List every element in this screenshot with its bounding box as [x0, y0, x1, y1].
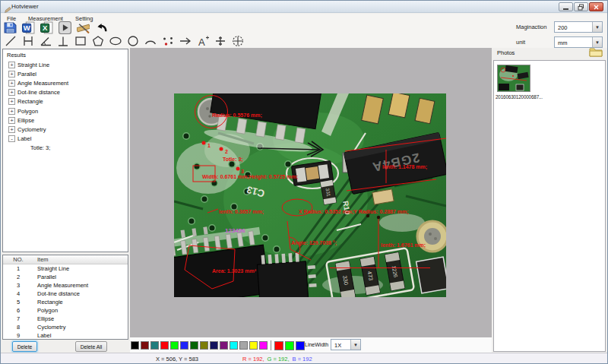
ellipse-tool[interactable] — [108, 35, 123, 47]
maginaction-select[interactable]: 200 ▼ — [554, 21, 603, 33]
row-no: 4 — [3, 290, 33, 297]
table-row[interactable]: 6Polygon — [3, 306, 128, 315]
save-button[interactable] — [4, 21, 17, 34]
label-tool[interactable]: A — [195, 35, 211, 47]
straight-line-tool[interactable] — [3, 35, 18, 47]
items-table: NO. Item 1Straight Line 2Parallel 3Angle… — [2, 255, 128, 340]
active-color-blue[interactable] — [296, 341, 305, 350]
results-panel: Results +Straight Line +Parallel +Angle … — [2, 49, 128, 252]
row-item: Polygon — [33, 307, 128, 314]
circle-tool[interactable] — [125, 35, 141, 47]
arrow-tool[interactable] — [178, 35, 193, 47]
table-row[interactable]: 5Rectangle — [3, 298, 128, 306]
pcb-photo: 2GB4A 331 — [174, 93, 446, 297]
table-row[interactable]: 9Label — [3, 331, 128, 340]
expand-icon[interactable]: + — [8, 117, 15, 124]
tree-item-rectangle[interactable]: +Rectangle — [3, 97, 128, 106]
close-icon — [593, 4, 600, 11]
color-swatch[interactable] — [131, 341, 139, 350]
toolbar-row-2: A — [3, 35, 245, 47]
tree-item-angle-measurement[interactable]: +Angle Measurement — [3, 78, 128, 87]
tree-item-label: Rectangle — [17, 98, 43, 105]
photo-filename[interactable]: 20160630120000687... — [496, 94, 543, 100]
active-color-green[interactable] — [285, 341, 294, 350]
color-swatch[interactable] — [160, 341, 169, 350]
expand-icon[interactable]: + — [8, 98, 15, 105]
annotation-area: Area: 1.3023 mm² — [212, 268, 257, 274]
tree-item-polygon[interactable]: +Polygon — [3, 106, 128, 116]
row-no: 9 — [3, 332, 33, 339]
svg-text:A: A — [198, 36, 205, 48]
active-color-red[interactable] — [274, 341, 283, 350]
table-row[interactable]: 1Straight Line — [3, 264, 128, 273]
color-swatch[interactable] — [230, 341, 238, 350]
color-swatch[interactable] — [220, 341, 228, 350]
tree-item-straight-line[interactable]: +Straight Line — [3, 60, 128, 69]
measure-tool-button[interactable] — [77, 21, 90, 34]
polygon-tool[interactable] — [90, 35, 106, 47]
expand-icon[interactable]: + — [8, 80, 15, 87]
perpendicular-tool[interactable] — [55, 35, 71, 47]
expand-icon[interactable]: + — [8, 126, 15, 133]
color-swatch[interactable] — [150, 341, 159, 350]
row-item: Label — [33, 332, 128, 339]
color-swatch[interactable] — [190, 341, 198, 350]
tree-item-totle[interactable]: Totle: 3; — [3, 144, 128, 153]
color-swatch[interactable] — [141, 341, 149, 350]
calibration-tool[interactable] — [230, 35, 245, 47]
photo-thumbnail[interactable] — [497, 65, 530, 92]
image-workspace[interactable]: 2GB4A 331 — [130, 48, 492, 337]
collapse-icon[interactable]: - — [8, 135, 15, 142]
tree-item-parallel[interactable]: +Parallel — [3, 69, 128, 78]
minimize-button[interactable] — [559, 2, 573, 11]
color-swatch[interactable] — [239, 341, 248, 350]
export-word-button[interactable]: W — [22, 21, 35, 34]
play-button[interactable] — [59, 21, 71, 34]
table-row[interactable]: 3Angle Measurement — [3, 281, 128, 290]
pcb-measurement-image[interactable]: 2GB4A 331 — [174, 93, 446, 297]
annotation-point-1: 1 — [207, 143, 211, 148]
cross-tool[interactable] — [213, 35, 228, 47]
export-excel-button[interactable]: X — [40, 21, 53, 34]
folder-icon[interactable] — [589, 46, 603, 60]
rectangle-tool[interactable] — [73, 35, 88, 47]
chevron-down-icon[interactable]: ▼ — [350, 340, 360, 350]
expand-icon[interactable]: + — [8, 108, 15, 115]
color-swatch[interactable] — [200, 341, 208, 350]
row-no: 6 — [3, 307, 33, 314]
color-swatch[interactable] — [249, 341, 258, 350]
expand-icon[interactable]: + — [8, 71, 15, 78]
parallel-tool[interactable] — [21, 35, 36, 47]
table-row[interactable]: 7Ellipse — [3, 315, 128, 323]
table-row[interactable]: 8Cyclometry — [3, 323, 128, 331]
chevron-down-icon[interactable]: ▼ — [592, 22, 602, 32]
color-swatch[interactable] — [170, 341, 179, 350]
table-row[interactable]: 4Dot-line distance — [3, 290, 128, 298]
undo-button[interactable] — [95, 21, 108, 34]
arc-tool[interactable] — [143, 35, 158, 47]
dot-line-tool[interactable] — [160, 35, 176, 47]
angle-tool[interactable] — [38, 35, 53, 47]
color-toolbar: LineWidth 1X ▼ — [130, 337, 492, 353]
expand-icon[interactable]: + — [8, 62, 15, 68]
table-row[interactable]: 2Parallel — [3, 273, 128, 281]
delete-all-button[interactable]: Delete All — [75, 341, 107, 352]
delete-button[interactable]: Delete — [12, 341, 37, 352]
tree-item-cyclometry[interactable]: +Cyclometry — [3, 125, 128, 134]
annotation-point-3: 3 — [241, 169, 244, 174]
photos-header: Photos — [497, 49, 515, 56]
color-swatch[interactable] — [210, 341, 218, 350]
annotation-line: lenth: 0.3657 mm; — [219, 209, 264, 215]
annotation-label-text: 123456 — [225, 227, 245, 234]
linewidth-select[interactable]: 1X ▼ — [331, 339, 361, 350]
tree-item-label-node[interactable]: -Label — [3, 135, 128, 144]
annotation-dotline: lenth: 1.6761 mm; — [381, 242, 426, 248]
color-swatch[interactable] — [180, 341, 188, 350]
expand-icon[interactable]: + — [8, 89, 15, 96]
color-swatch[interactable] — [259, 341, 268, 350]
annotation-totle: Totle: 3; — [223, 157, 243, 163]
restore-button[interactable] — [574, 2, 588, 11]
tree-item-dot-line-distance[interactable]: +Dot-line distance — [3, 88, 128, 97]
tree-item-ellipse[interactable]: +Ellipse — [3, 116, 128, 125]
close-button[interactable] — [589, 2, 603, 11]
